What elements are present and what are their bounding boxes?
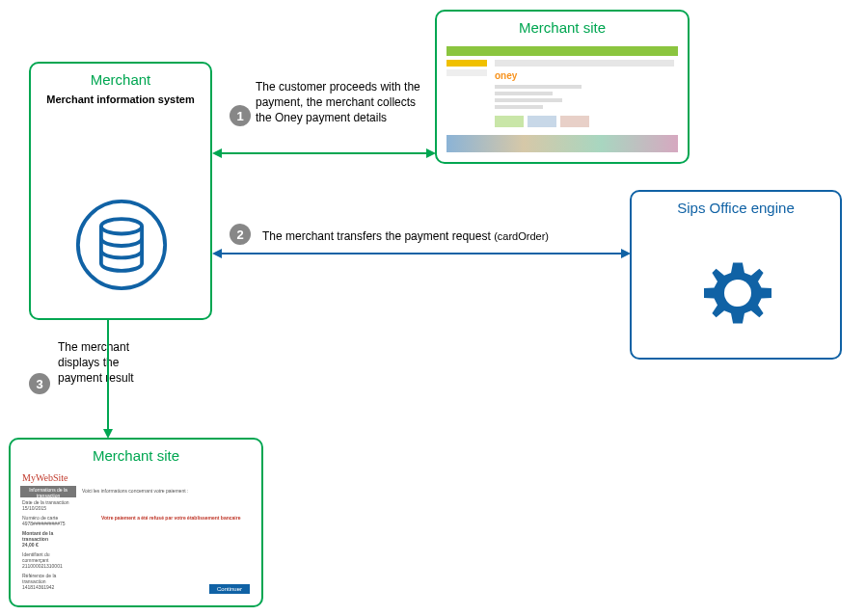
arrow-1 xyxy=(212,147,436,160)
svg-marker-8 xyxy=(621,249,631,258)
mywebsite-brand: MyWebSite xyxy=(22,472,68,483)
svg-marker-7 xyxy=(212,249,222,258)
f4a: Identifiant du commerçant xyxy=(22,551,76,563)
step-2-label: The merchant transfers the payment reque… xyxy=(262,228,629,244)
arrow-2 xyxy=(212,247,631,260)
svg-marker-10 xyxy=(103,429,113,439)
sips-title: Sips Office engine xyxy=(632,192,840,220)
step-1-badge: 1 xyxy=(230,105,251,126)
svg-point-2 xyxy=(724,280,751,307)
merchant-site-bottom-box: Merchant site MyWebSite Informations de … xyxy=(9,438,263,607)
oney-brand: oney xyxy=(495,70,533,80)
continue-button-preview: Continuer xyxy=(209,584,250,594)
step-1-label: The customer proceeds with the payment, … xyxy=(256,79,429,126)
merchant-site-bottom-title: Merchant site xyxy=(11,440,261,468)
info-header: Informations de la transaction xyxy=(20,486,76,497)
merchant-box: Merchant Merchant information system xyxy=(29,62,212,320)
f3a: Montant de la transaction xyxy=(22,530,76,542)
result-info-line: Voici les informations concernant votre … xyxy=(82,488,188,494)
f5a: Référence de la transaction xyxy=(22,573,76,584)
merchant-site-top-title: Merchant site xyxy=(437,12,688,40)
step-2-text-a: The merchant transfers the payment reque… xyxy=(262,229,494,243)
merchant-subtitle: Merchant information system xyxy=(31,92,210,107)
step-3-badge: 3 xyxy=(29,373,50,394)
step-2-text-b: (cardOrder) xyxy=(494,230,549,242)
result-page-preview: MyWebSite Informations de la transaction… xyxy=(20,472,252,596)
step-2-badge: 2 xyxy=(230,224,251,245)
arrow-3 xyxy=(101,320,115,439)
database-icon xyxy=(75,199,168,291)
gear-icon xyxy=(704,259,771,327)
svg-marker-4 xyxy=(212,148,222,158)
sips-office-engine-box: Sips Office engine xyxy=(630,190,842,360)
svg-point-1 xyxy=(101,219,142,233)
payment-page-preview: oney xyxy=(447,46,678,152)
result-refused-line: Votre paiement a été refusé par votre ét… xyxy=(101,515,240,521)
svg-marker-5 xyxy=(426,148,436,158)
merchant-title: Merchant xyxy=(31,64,210,92)
f5b: 141814361942 xyxy=(22,584,76,590)
merchant-site-top-box: Merchant site oney xyxy=(435,10,690,164)
